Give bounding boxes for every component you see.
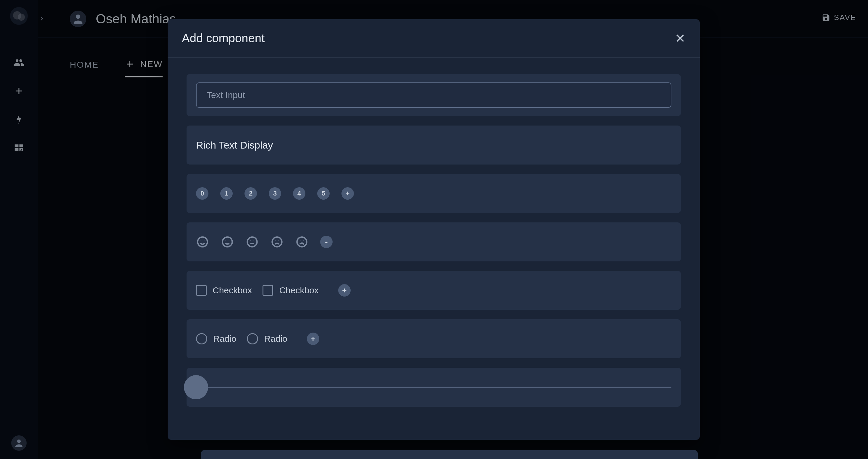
checkbox-row: Checkbox Checkbox + <box>196 284 351 297</box>
svg-point-5 <box>223 237 232 247</box>
chip-3[interactable]: 3 <box>269 187 281 200</box>
radio-add-button[interactable]: + <box>307 333 319 345</box>
modal-body: Rich Text Display 0 1 2 3 4 5 + <box>167 58 700 440</box>
svg-point-7 <box>228 240 229 241</box>
svg-point-13 <box>278 240 279 241</box>
face-neutral-icon[interactable] <box>246 235 259 249</box>
chip-4[interactable]: 4 <box>293 187 305 200</box>
component-slider[interactable] <box>187 368 681 407</box>
face-slight-sad-icon[interactable] <box>271 235 283 249</box>
face-slight-happy-icon[interactable] <box>221 235 234 249</box>
component-checkbox[interactable]: Checkbox Checkbox + <box>187 271 681 310</box>
svg-point-3 <box>200 240 201 241</box>
component-number-scale[interactable]: 0 1 2 3 4 5 + <box>187 174 681 213</box>
checkbox-add-button[interactable]: + <box>338 284 351 297</box>
emoji-remove-button[interactable]: - <box>320 236 333 248</box>
component-row-peek <box>201 450 698 459</box>
slider-track[interactable] <box>196 387 672 388</box>
modal-title: Add component <box>182 32 265 45</box>
radio-row: Radio Radio + <box>196 333 319 345</box>
svg-point-4 <box>204 240 204 241</box>
checkbox-icon <box>196 285 207 296</box>
svg-point-12 <box>275 240 276 241</box>
chip-2[interactable]: 2 <box>245 187 257 200</box>
radio-icon <box>247 333 258 345</box>
radio-icon <box>196 333 207 345</box>
checkbox-icon <box>262 285 273 296</box>
radio-option-1[interactable]: Radio <box>196 333 236 345</box>
svg-point-6 <box>225 240 226 241</box>
svg-point-11 <box>272 237 282 247</box>
close-icon[interactable]: ✕ <box>675 32 686 45</box>
text-input-preview[interactable] <box>196 83 672 108</box>
component-emoji-scale[interactable]: - <box>187 222 681 261</box>
svg-point-2 <box>198 237 208 247</box>
rich-text-label: Rich Text Display <box>196 139 273 151</box>
component-text-input[interactable] <box>187 74 681 116</box>
svg-point-15 <box>300 240 300 241</box>
face-happy-icon[interactable] <box>196 235 209 249</box>
svg-point-8 <box>247 237 257 247</box>
face-sad-icon[interactable] <box>296 235 308 249</box>
chip-0[interactable]: 0 <box>196 187 209 200</box>
component-rich-text[interactable]: Rich Text Display <box>187 126 681 165</box>
emoji-row: - <box>196 235 333 249</box>
svg-point-14 <box>297 237 307 247</box>
chip-5[interactable]: 5 <box>317 187 330 200</box>
svg-point-9 <box>250 240 251 241</box>
checkbox-option-1[interactable]: Checkbox <box>196 285 252 296</box>
svg-point-10 <box>253 240 254 241</box>
slider-thumb[interactable] <box>184 375 208 399</box>
svg-point-16 <box>303 240 304 241</box>
chip-add[interactable]: + <box>341 187 354 200</box>
chip-1[interactable]: 1 <box>220 187 233 200</box>
radio-option-2[interactable]: Radio <box>247 333 287 345</box>
add-component-modal: Add component ✕ Rich Text Display 0 1 2 … <box>167 19 700 440</box>
modal-header: Add component ✕ <box>167 19 700 58</box>
component-radio[interactable]: Radio Radio + <box>187 319 681 358</box>
checkbox-option-2[interactable]: Checkbox <box>262 285 318 296</box>
number-chip-row: 0 1 2 3 4 5 + <box>196 187 354 200</box>
